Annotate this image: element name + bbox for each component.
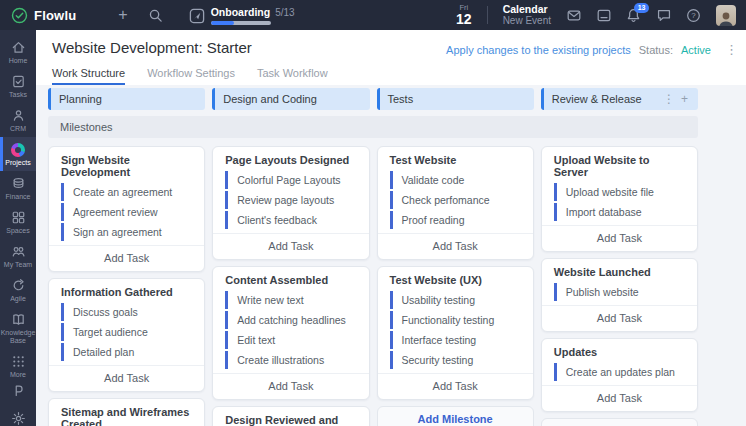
add-task-button[interactable]: Add Task <box>49 245 204 271</box>
milestone-title: Content Assembled <box>213 274 368 286</box>
status-value[interactable]: Active <box>681 44 711 56</box>
column-review-release: Upload Website to ServerUpload website f… <box>541 146 698 426</box>
search-icon[interactable] <box>148 8 163 23</box>
sidebar-item-more[interactable]: More <box>0 349 36 383</box>
apply-changes-link[interactable]: Apply changes to the existing projects <box>446 44 631 56</box>
spaces-icon <box>11 210 26 225</box>
milestone-title: Design Reviewed and Approved <box>213 414 368 426</box>
sidebar-item-projects[interactable]: Projects <box>0 137 36 171</box>
task-item[interactable]: Colorful Page Layouts <box>225 171 356 189</box>
task-item[interactable]: Usability testing <box>390 291 521 309</box>
add-task-button[interactable]: Add Task <box>542 385 697 411</box>
task-item[interactable]: Sign an agreement <box>61 223 192 241</box>
tab-task-workflow[interactable]: Task Workflow <box>257 67 328 85</box>
add-task-button[interactable]: Add Task <box>213 233 368 259</box>
milestone-card-page-layouts-designed: Page Layouts DesignedColorful Page Layou… <box>212 146 369 260</box>
task-item[interactable]: Validate code <box>390 171 521 189</box>
column-header-tests[interactable]: Tests <box>377 88 534 110</box>
sidebar-item-agile[interactable]: Agile <box>0 273 36 307</box>
task-item[interactable]: Edit text <box>225 331 356 349</box>
add-milestone-button[interactable]: Add Milestone <box>541 418 698 426</box>
task-item[interactable]: Upload website file <box>554 183 685 201</box>
flowlu-logo[interactable]: Flowlu <box>0 7 76 24</box>
sidebar-item-home[interactable]: Home <box>0 35 36 69</box>
new-event-label: New Event <box>503 15 551 27</box>
add-task-button[interactable]: Add Task <box>213 373 368 399</box>
add-task-button[interactable]: Add Task <box>49 365 204 391</box>
tab-workflow-settings[interactable]: Workflow Settings <box>147 67 235 85</box>
add-task-button[interactable]: Add Task <box>542 225 697 251</box>
milestone-card-test-website: Test WebsiteValidate codeCheck perfomanc… <box>377 146 534 260</box>
add-milestone-button[interactable]: Add Milestone <box>377 406 534 426</box>
create-plus-icon[interactable]: + <box>118 7 127 23</box>
column-design-and-coding: Page Layouts DesignedColorful Page Layou… <box>212 146 369 426</box>
task-item[interactable]: Import database <box>554 203 685 221</box>
column-planning: Sign Website DevelopmentCreate an agreem… <box>48 146 205 426</box>
agile-icon <box>11 278 26 293</box>
sidebar-nav: HomeTasksCRMProjectsFinanceSpacesMy Team… <box>0 35 36 383</box>
milestone-card-updates: UpdatesCreate an updates planAdd Task <box>541 338 698 412</box>
task-item[interactable]: Review page layouts <box>225 191 356 209</box>
sidebar-item-crm[interactable]: CRM <box>0 103 36 137</box>
onboarding-text-block: Onboarding 5/13 <box>211 6 295 25</box>
onboarding-count: 5/13 <box>275 7 294 18</box>
notifications-bell-icon[interactable]: 13 <box>626 8 641 23</box>
header-menu-icon[interactable]: ⋮ <box>725 43 738 56</box>
column-header-planning[interactable]: Planning <box>48 88 205 110</box>
date-widget[interactable]: Fri 12 <box>456 4 472 27</box>
add-task-button[interactable]: Add Task <box>378 233 533 259</box>
task-item[interactable]: Publish website <box>554 283 685 301</box>
sidebar-item-my-team[interactable]: My Team <box>0 239 36 273</box>
sidebar-item-spaces[interactable]: Spaces <box>0 205 36 239</box>
task-list: Colorful Page LayoutsReview page layouts… <box>213 171 368 229</box>
add-column-icon[interactable]: + <box>678 92 691 106</box>
notes-icon[interactable] <box>596 8 611 23</box>
onboarding-rocket-icon <box>189 8 204 23</box>
onboarding-progress[interactable]: Onboarding 5/13 <box>189 6 295 25</box>
calendar-new-event[interactable]: Calendar New Event <box>503 3 551 27</box>
sidebar-item-finance[interactable]: Finance <box>0 171 36 205</box>
task-item[interactable]: Write new text <box>225 291 356 309</box>
task-item[interactable]: Security testing <box>390 351 521 369</box>
sidebar-item-label: Finance <box>6 193 31 201</box>
milestone-title: Sitemap and Wireframes Created <box>49 406 204 426</box>
task-item[interactable]: Create an agreement <box>61 183 192 201</box>
finance-icon <box>11 176 26 191</box>
sidebar-item-label: Agile <box>10 295 26 303</box>
task-item[interactable]: Discuss goals <box>61 303 192 321</box>
column-header-review-release[interactable]: Review & Release⋮+ <box>541 88 698 110</box>
column-header-design-and-coding[interactable]: Design and Coding <box>212 88 369 110</box>
sidebar-item-tasks[interactable]: Tasks <box>0 69 36 103</box>
task-item[interactable]: Detailed plan <box>61 343 192 361</box>
milestone-card-sitemap-and-wireframes-created: Sitemap and Wireframes CreatedAdd Task <box>48 398 205 426</box>
date-day: 12 <box>456 12 472 26</box>
task-item[interactable]: Proof reading <box>390 211 521 229</box>
column-title: Review & Release <box>552 93 660 105</box>
gear-icon[interactable] <box>11 411 26 426</box>
help-icon[interactable]: ? <box>686 8 701 23</box>
tab-work-structure[interactable]: Work Structure <box>52 67 125 85</box>
mail-icon[interactable] <box>566 8 581 23</box>
task-item[interactable]: Create an updates plan <box>554 363 685 381</box>
sidebar-item-label: Tasks <box>9 91 27 99</box>
column-menu-icon[interactable]: ⋮ <box>660 92 678 106</box>
home-icon <box>11 40 26 55</box>
task-list: Create an updates plan <box>542 363 697 381</box>
task-item[interactable]: Interface testing <box>390 331 521 349</box>
task-item[interactable]: Add catching headlines <box>225 311 356 329</box>
task-item[interactable]: Agreement review <box>61 203 192 221</box>
chat-icon[interactable] <box>656 8 671 23</box>
user-avatar[interactable] <box>716 5 736 26</box>
add-task-button[interactable]: Add Task <box>378 373 533 399</box>
task-item[interactable]: Check perfomance <box>390 191 521 209</box>
task-list: Publish website <box>542 283 697 301</box>
milestone-card-website-launched: Website LaunchedPublish websiteAdd Task <box>541 258 698 332</box>
calendar-label: Calendar <box>503 3 551 15</box>
task-item[interactable]: Functionality testing <box>390 311 521 329</box>
sidebar-item-knowledge-base[interactable]: Knowledge Base <box>0 307 36 349</box>
task-item[interactable]: Client's feedback <box>225 211 356 229</box>
add-task-button[interactable]: Add Task <box>542 305 697 331</box>
p-logo-icon[interactable] <box>11 383 26 398</box>
task-item[interactable]: Create illustrations <box>225 351 356 369</box>
task-item[interactable]: Target audience <box>61 323 192 341</box>
